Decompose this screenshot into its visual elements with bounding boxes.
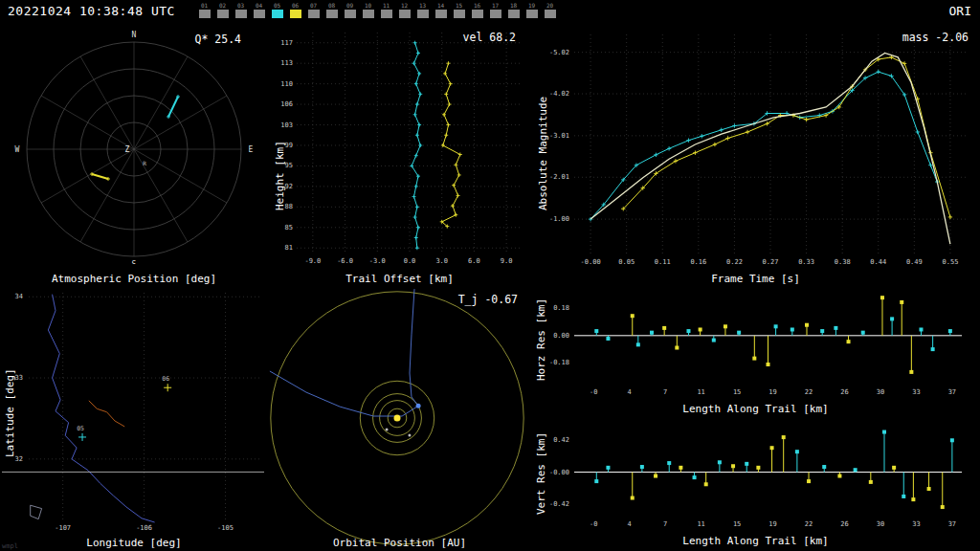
svg-text:103: 103 <box>280 121 293 129</box>
station-indicator-17[interactable]: 17 <box>486 2 504 21</box>
orbital-position-plot <box>268 287 531 551</box>
svg-text:26: 26 <box>840 520 848 528</box>
svg-text:6.0: 6.0 <box>468 257 480 265</box>
svg-text:0.49: 0.49 <box>906 258 923 266</box>
svg-text:0.11: 0.11 <box>655 258 671 266</box>
station-indicator-19[interactable]: 19 <box>523 2 541 21</box>
svg-text:19: 19 <box>768 388 776 396</box>
svg-text:110: 110 <box>280 80 293 88</box>
ground-map-plot: -107-106-1053433320506 <box>0 287 268 534</box>
station-number: 09 <box>341 2 359 9</box>
station-number: 01 <box>195 2 213 9</box>
svg-text:26: 26 <box>840 388 848 396</box>
station-state-box <box>435 10 447 18</box>
sun-marker <box>394 415 401 422</box>
map-station-05: 05 <box>77 425 86 441</box>
svg-text:N: N <box>132 31 137 39</box>
station-state-box <box>508 10 520 18</box>
station-indicator-18[interactable]: 18 <box>504 2 523 21</box>
vert-length-caption: Length Along Trail [km] <box>531 535 980 547</box>
station-indicator-14[interactable]: 14 <box>432 2 450 21</box>
station-indicator-20[interactable]: 20 <box>541 2 559 21</box>
station-number: 06 <box>286 2 304 9</box>
svg-text:22: 22 <box>805 520 813 528</box>
polar-grid <box>27 42 241 256</box>
svg-text:-6.0: -6.0 <box>337 257 353 265</box>
station-indicator-12[interactable]: 12 <box>395 2 413 21</box>
station-indicator-04[interactable]: 04 <box>250 2 268 21</box>
svg-text:0.05: 0.05 <box>618 258 635 266</box>
station-indicator-02[interactable]: 02 <box>213 2 232 21</box>
station-state-box <box>345 10 356 18</box>
svg-text:-0.42: -0.42 <box>549 500 569 508</box>
station-state-box <box>217 10 229 18</box>
station-state-box <box>272 10 283 18</box>
svg-text:-0: -0 <box>590 520 597 528</box>
station-number: 04 <box>250 2 268 9</box>
svg-text:0.0: 0.0 <box>404 257 416 265</box>
shower-code-label: ORI <box>949 4 971 18</box>
svg-text:117: 117 <box>280 39 293 47</box>
latitude-axis-label: Latitude [deg] <box>4 368 16 457</box>
station-indicator-13[interactable]: 13 <box>413 2 432 21</box>
station-indicator-10[interactable]: 10 <box>359 2 377 21</box>
station-indicator-09[interactable]: 09 <box>341 2 359 21</box>
station-number: 03 <box>232 2 250 9</box>
light-curve-plot: -0.000.050.110.160.220.270.330.380.440.4… <box>531 23 980 268</box>
vertical-residuals-plot: 0.42-0.00-0.42-0471115192226303337 <box>531 419 980 534</box>
svg-text:E: E <box>249 145 254 154</box>
svg-text:11: 11 <box>697 520 704 528</box>
lightcurve-fit <box>590 54 950 245</box>
svg-text:0.44: 0.44 <box>870 258 886 266</box>
panel-orbital-position: T_j -0.67 Orbital Position [AU] <box>268 287 531 551</box>
station-state-box <box>545 10 556 18</box>
station-number: 20 <box>541 2 559 9</box>
height-axis-label: Height [km] <box>274 141 286 210</box>
station-indicator-15[interactable]: 15 <box>450 2 468 21</box>
station-indicator-07[interactable]: 07 <box>304 2 323 21</box>
svg-text:19: 19 <box>768 520 776 528</box>
panel-height-profile: -9.0-6.0-3.00.03.06.09.01171131101061039… <box>268 23 531 287</box>
atmospheric-position-caption: Atmospheric Position [deg] <box>0 273 268 285</box>
station-indicator-16[interactable]: 16 <box>468 2 486 21</box>
station-indicator-08[interactable]: 08 <box>323 2 341 21</box>
meteor-streak-06 <box>90 172 110 181</box>
station-state-box <box>235 10 247 18</box>
svg-text:-3.0: -3.0 <box>369 257 386 265</box>
svg-text:37: 37 <box>948 388 956 396</box>
horizontal-residuals-plot: 0.180.00-0.18-0471115192226303337 <box>531 287 980 402</box>
station-indicator-06[interactable]: 06 <box>286 2 304 21</box>
mass-value: mass -2.06 <box>902 31 969 44</box>
lightcurve-series-06 <box>621 55 952 219</box>
station-number: 18 <box>504 2 523 9</box>
svg-text:0.22: 0.22 <box>726 258 743 266</box>
svg-text:22: 22 <box>805 388 813 396</box>
svg-text:-105: -105 <box>217 524 234 532</box>
station-indicator-11[interactable]: 11 <box>377 2 395 21</box>
frame-time-caption: Frame Time [s] <box>531 273 980 285</box>
svg-text:106: 106 <box>280 100 293 108</box>
map-station-06: 06 <box>162 375 171 391</box>
meteor-trajectory-app: 20221024 10:38:48 UTC 010203040506070809… <box>0 0 980 551</box>
svg-text:11: 11 <box>697 388 704 396</box>
station-indicator-03[interactable]: 03 <box>232 2 250 21</box>
svg-text:7: 7 <box>663 388 667 396</box>
panel-ground-map: -107-106-1053433320506 Latitude [deg] Lo… <box>0 287 268 551</box>
meteor-streak-05 <box>167 95 180 119</box>
residual-stems <box>594 430 954 510</box>
svg-text:0.00: 0.00 <box>553 332 569 340</box>
svg-text:113: 113 <box>280 59 293 67</box>
station-number: 11 <box>377 2 395 9</box>
station-indicator-05[interactable]: 05 <box>268 2 286 21</box>
station-number: 17 <box>486 2 504 9</box>
svg-text:-107: -107 <box>55 524 71 532</box>
grid <box>297 33 523 253</box>
svg-text:30: 30 <box>877 520 884 528</box>
grid <box>574 34 967 254</box>
station-indicator-01[interactable]: 01 <box>195 2 213 21</box>
magnitude-axis-label: Absolute Magnitude <box>537 97 549 210</box>
svg-text:06: 06 <box>162 375 169 383</box>
station-state-box <box>254 10 265 18</box>
horz-length-caption: Length Along Trail [km] <box>531 403 980 415</box>
svg-text:-0.00: -0.00 <box>581 258 601 266</box>
